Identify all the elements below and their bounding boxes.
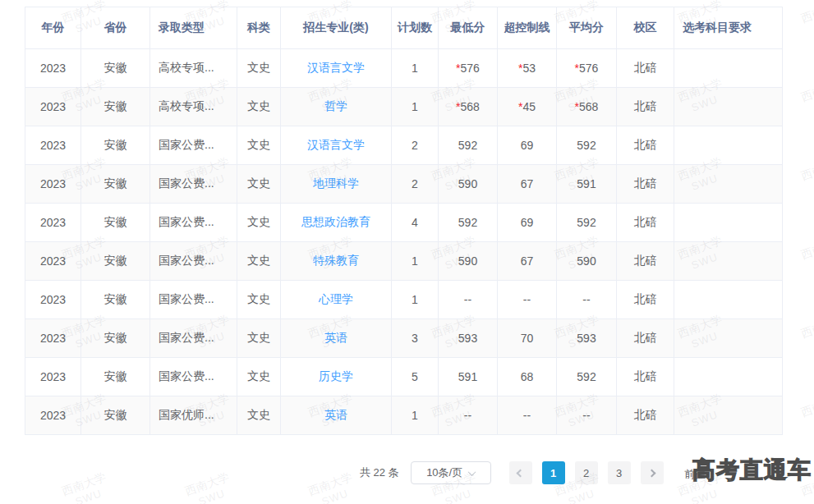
next-page-button[interactable] <box>641 461 664 484</box>
cell-subject_category: 文史 <box>237 49 281 88</box>
cell-subject_requirements <box>674 358 783 396</box>
header-cell-year: 年份 <box>25 7 81 49</box>
cell-avg_score: 592 <box>557 204 617 242</box>
cell-year: 2023 <box>25 319 81 358</box>
star-marker: * <box>575 100 579 113</box>
cell-campus: 北碚 <box>617 242 674 281</box>
cell-admission_type: 国家公费... <box>150 281 237 319</box>
cell-subject_requirements <box>674 319 783 358</box>
cell-year: 2023 <box>25 396 81 435</box>
cell-admission_type: 国家公费... <box>150 319 237 358</box>
page-button-3[interactable]: 3 <box>608 461 631 484</box>
cell-major: 心理学 <box>281 281 392 319</box>
star-marker: * <box>456 62 460 75</box>
cell-min_score: 593 <box>439 319 498 358</box>
header-cell-subject_requirements: 选考科目要求 <box>674 7 783 49</box>
cell-major: 汉语言文学 <box>281 49 392 88</box>
cell-above_control_line: *53 <box>498 49 557 88</box>
cell-campus: 北碚 <box>617 319 674 358</box>
cell-province: 安徽 <box>81 281 150 319</box>
major-link[interactable]: 英语 <box>324 331 347 344</box>
cell-major: 特殊教育 <box>281 242 392 281</box>
cell-above_control_line: 69 <box>498 126 557 165</box>
header-cell-province: 省份 <box>81 7 150 49</box>
cell-subject_category: 文史 <box>237 88 281 126</box>
cell-admission_type: 国家公费... <box>150 126 237 165</box>
pagination-total: 共 22 条 <box>360 461 399 484</box>
page-button-1[interactable]: 1 <box>542 461 565 484</box>
header-cell-avg_score: 平均分 <box>557 7 617 49</box>
cell-avg_score: *576 <box>557 49 617 88</box>
prev-page-button[interactable] <box>509 461 532 484</box>
cell-subject_requirements <box>674 165 783 204</box>
major-link[interactable]: 汉语言文学 <box>307 138 365 151</box>
cell-avg_score: 590 <box>557 242 617 281</box>
cell-major: 地理科学 <box>281 165 392 204</box>
admissions-table: 年份省份录取类型科类招生专业(类)计划数最低分超控制线平均分校区选考科目要求 2… <box>25 7 783 435</box>
watermark: 西南大学SWU <box>306 470 359 504</box>
cell-min_score: *576 <box>439 49 498 88</box>
cell-province: 安徽 <box>81 396 150 435</box>
pagination-bar: 共 22 条 10条/页 123 <box>360 461 664 484</box>
cell-campus: 北碚 <box>617 126 674 165</box>
cell-province: 安徽 <box>81 242 150 281</box>
cell-avg_score: -- <box>557 396 617 435</box>
cell-avg_score: 591 <box>557 165 617 204</box>
cell-avg_score: *568 <box>557 88 617 126</box>
header-cell-subject_category: 科类 <box>237 7 281 49</box>
cell-above_control_line: 69 <box>498 204 557 242</box>
table-body: 2023安徽高校专项...文史汉语言文学1*576*53*576北碚2023安徽… <box>25 49 783 435</box>
major-link[interactable]: 思想政治教育 <box>301 215 370 228</box>
watermark: 西南大学SWU <box>183 470 236 504</box>
cell-campus: 北碚 <box>617 88 674 126</box>
cell-year: 2023 <box>25 281 81 319</box>
major-link[interactable]: 英语 <box>324 408 347 421</box>
cell-subject_requirements <box>674 88 783 126</box>
cell-province: 安徽 <box>81 126 150 165</box>
cell-above_control_line: 68 <box>498 358 557 396</box>
header-cell-campus: 校区 <box>617 7 674 49</box>
major-link[interactable]: 汉语言文学 <box>307 61 365 74</box>
cell-above_control_line: -- <box>498 396 557 435</box>
page-button-2[interactable]: 2 <box>575 461 598 484</box>
major-link[interactable]: 地理科学 <box>313 176 359 190</box>
major-link[interactable]: 哲学 <box>324 99 347 112</box>
cell-admission_type: 高校专项... <box>150 88 237 126</box>
cell-province: 安徽 <box>81 204 150 242</box>
cell-above_control_line: *45 <box>498 88 557 126</box>
cell-province: 安徽 <box>81 319 150 358</box>
cell-major: 思想政治教育 <box>281 204 392 242</box>
cell-campus: 北碚 <box>617 281 674 319</box>
admissions-table-wrap: 年份省份录取类型科类招生专业(类)计划数最低分超控制线平均分校区选考科目要求 2… <box>25 7 782 435</box>
cell-major: 汉语言文学 <box>281 126 392 165</box>
cell-subject_requirements <box>674 396 783 435</box>
major-link[interactable]: 心理学 <box>319 292 353 305</box>
chevron-right-icon <box>648 469 656 477</box>
header-cell-major: 招生专业(类) <box>281 7 392 49</box>
cell-avg_score: -- <box>557 281 617 319</box>
cell-plan_count: 1 <box>392 242 439 281</box>
cell-avg_score: 593 <box>557 319 617 358</box>
pager: 123 <box>509 461 664 484</box>
cell-campus: 北碚 <box>617 204 674 242</box>
cell-year: 2023 <box>25 126 81 165</box>
major-link[interactable]: 特殊教育 <box>313 254 359 267</box>
cell-plan_count: 1 <box>392 49 439 88</box>
cell-plan_count: 4 <box>392 204 439 242</box>
cell-admission_type: 高校专项... <box>150 49 237 88</box>
watermark: 西南大学SWU <box>799 233 814 275</box>
cell-subject_category: 文史 <box>237 396 281 435</box>
cell-year: 2023 <box>25 49 81 88</box>
major-link[interactable]: 历史学 <box>319 369 353 383</box>
header-cell-admission_type: 录取类型 <box>150 7 237 49</box>
watermark: 西南大学SWU <box>799 312 814 354</box>
star-marker: * <box>518 100 522 113</box>
page-size-select[interactable]: 10条/页 <box>411 461 491 484</box>
cell-min_score: -- <box>439 396 498 435</box>
cell-above_control_line: -- <box>498 281 557 319</box>
cell-subject_requirements <box>674 49 783 88</box>
table-row: 2023安徽高校专项...文史汉语言文学1*576*53*576北碚 <box>25 49 783 88</box>
cell-year: 2023 <box>25 204 81 242</box>
table-row: 2023安徽国家公费...文史历史学559168592北碚 <box>25 358 783 396</box>
cell-subject_category: 文史 <box>237 281 281 319</box>
